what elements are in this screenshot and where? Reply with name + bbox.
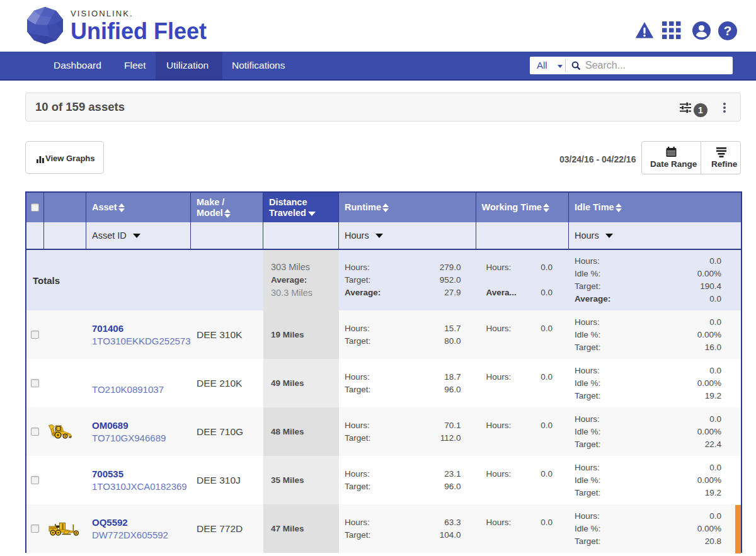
svg-text:?: ? <box>724 23 732 38</box>
